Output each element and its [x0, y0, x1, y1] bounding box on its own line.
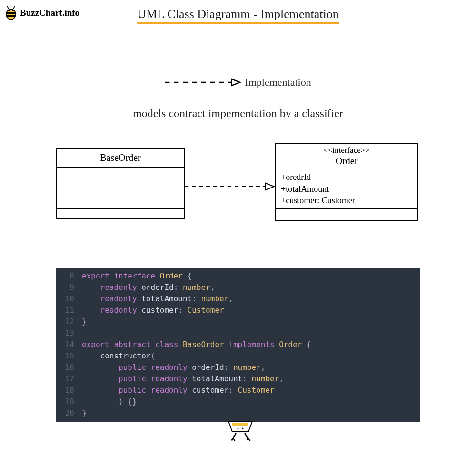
line-number: 12 — [56, 316, 82, 327]
line-number: 11 — [56, 305, 82, 316]
uml-stereotype: <<interface>> — [279, 146, 414, 155]
uml-attr: +totalAmount — [281, 183, 412, 195]
code-line: 16 public readonly orderId: number, — [56, 362, 420, 373]
svg-rect-2 — [7, 15, 15, 17]
code-line: 9 readonly orderId: number, — [56, 282, 420, 293]
line-number: 16 — [56, 362, 82, 373]
code-content: readonly totalAmount: number, — [82, 293, 420, 305]
code-content: constructor( — [82, 350, 420, 362]
line-number: 10 — [56, 293, 82, 305]
svg-line-6 — [13, 6, 15, 9]
svg-point-3 — [8, 10, 10, 11]
svg-point-4 — [12, 10, 14, 11]
uml-interface-footer — [276, 208, 417, 217]
code-content: ) {} — [82, 396, 420, 407]
uml-interface-order: <<interface>> Order +oredrId +totalAmoun… — [275, 143, 418, 221]
line-number: 9 — [56, 282, 82, 293]
svg-point-13 — [242, 428, 244, 429]
code-content: export interface Order { — [82, 270, 420, 282]
legend: Implementation — [165, 76, 311, 89]
uml-attr: +oredrId — [281, 171, 412, 183]
page-title-wrap: UML Class Diagramm - Implementation — [137, 7, 339, 24]
svg-marker-8 — [231, 79, 240, 86]
brand-name: BuzzChart.info — [20, 8, 79, 18]
code-content: public readonly totalAmount: number, — [82, 373, 420, 385]
code-content: readonly customer: Customer — [82, 305, 420, 316]
line-number: 15 — [56, 350, 82, 362]
line-number: 14 — [56, 339, 82, 350]
bee-logo-icon — [4, 5, 18, 21]
legend-label: Implementation — [245, 76, 311, 89]
uml-diagram: BaseOrder <<interface>> Order +oredrId +… — [56, 143, 420, 228]
bee-mascot-icon — [224, 416, 257, 445]
svg-rect-1 — [7, 12, 15, 14]
title-underline — [137, 22, 339, 24]
legend-arrow-icon — [165, 78, 241, 87]
svg-rect-11 — [232, 423, 248, 426]
code-line: 14export abstract class BaseOrder implem… — [56, 339, 420, 350]
implementation-arrow-icon — [185, 182, 275, 191]
uml-attr: +customer: Customer — [281, 195, 412, 206]
line-number: 19 — [56, 396, 82, 407]
line-number: 18 — [56, 385, 82, 396]
code-content: public readonly orderId: number, — [82, 362, 420, 373]
code-line: 12} — [56, 316, 420, 327]
code-line: 18 public readonly customer: Customer — [56, 385, 420, 396]
code-content: public readonly customer: Customer — [82, 385, 420, 396]
code-line: 10 readonly totalAmount: number, — [56, 293, 420, 305]
diagram-description: models contract impementation by a class… — [133, 107, 343, 120]
code-line: 17 public readonly totalAmount: number, — [56, 373, 420, 385]
svg-point-12 — [238, 428, 239, 429]
brand-logo: BuzzChart.info — [4, 5, 79, 21]
svg-point-0 — [6, 9, 16, 20]
code-line: 15 constructor( — [56, 350, 420, 362]
code-line: 13 — [56, 327, 420, 339]
line-number: 20 — [56, 407, 82, 419]
uml-interface-name: Order — [279, 155, 414, 167]
code-line: 19 ) {} — [56, 396, 420, 407]
line-number: 17 — [56, 373, 82, 385]
code-content — [82, 327, 420, 339]
code-content: export abstract class BaseOrder implemen… — [82, 339, 420, 350]
svg-line-5 — [7, 6, 9, 9]
uml-class-baseorder: BaseOrder — [56, 148, 185, 219]
uml-class-name: BaseOrder — [57, 149, 184, 168]
code-line: 8export interface Order { — [56, 270, 420, 282]
uml-interface-header: <<interface>> Order — [276, 144, 417, 169]
line-number: 8 — [56, 270, 82, 282]
line-number: 13 — [56, 327, 82, 339]
code-line: 11 readonly customer: Customer — [56, 305, 420, 316]
code-content: readonly orderId: number, — [82, 282, 420, 293]
svg-marker-10 — [266, 183, 274, 190]
code-block: 8export interface Order {9 readonly orde… — [56, 268, 420, 422]
code-content: } — [82, 316, 420, 327]
uml-class-footer — [57, 208, 184, 217]
page-title: UML Class Diagramm - Implementation — [137, 7, 339, 21]
uml-class-body — [57, 168, 184, 208]
uml-interface-body: +oredrId +totalAmount +customer: Custome… — [276, 169, 417, 208]
